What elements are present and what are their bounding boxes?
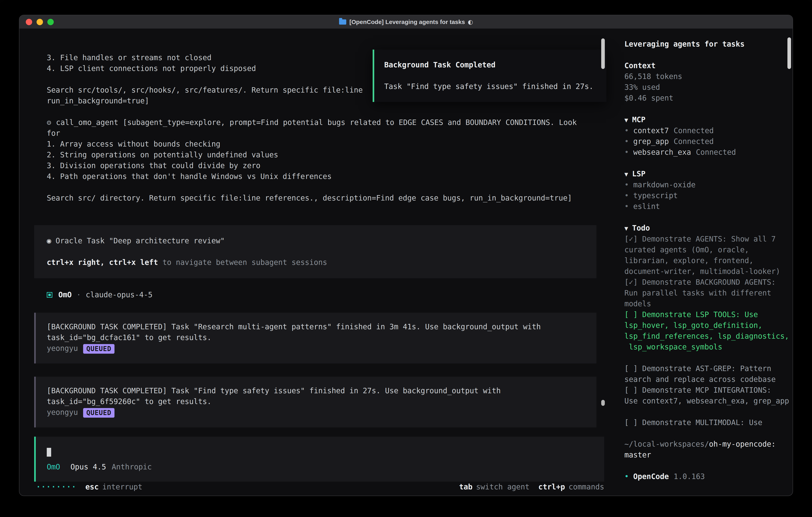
tab-key-label: switch agent: [476, 482, 529, 492]
agent-checkbox-icon: [47, 292, 52, 298]
bullet-icon: •: [625, 137, 629, 146]
minimize-button[interactable]: [36, 19, 43, 25]
todo-item: [✓] Demonstrate AGENTS: Show all 7 curat…: [625, 234, 790, 277]
task-message-line: task_id="bg_6f59260c" to get results.: [47, 396, 584, 407]
output-line: 3. Division operations that could divide…: [47, 160, 592, 171]
oracle-task-title-line: ◉Oracle Task "Deep architecture review": [47, 236, 588, 246]
gear-icon: ⚙: [47, 118, 51, 127]
mcp-status: Connected: [674, 126, 714, 135]
todo-item: [ ] Demonstrate MULTIMODAL: Use: [625, 417, 790, 428]
zoom-button[interactable]: [47, 19, 54, 25]
todo-section-header: ▼Todo: [625, 223, 790, 234]
workspace-branch: master: [625, 450, 790, 460]
agent-session-header: OmO · claude-opus-4-5: [47, 290, 616, 300]
close-button[interactable]: [26, 19, 32, 25]
lsp-section-header: ▼LSP: [625, 168, 790, 180]
lsp-item: •markdown-oxide: [625, 180, 790, 190]
bullet-icon: •: [625, 181, 629, 189]
task-message-line: [BACKGROUND TASK COMPLETED] Task "Resear…: [47, 322, 584, 332]
window-title: [OpenCode] Leveraging agents for tasks: [349, 19, 465, 25]
workspace-path-name: oh-my-opencode:: [709, 440, 776, 448]
background-task-panel: [BACKGROUND TASK COMPLETED] Task "Resear…: [34, 313, 597, 363]
task-meta: yeongyuQUEUED: [47, 343, 584, 354]
folder-icon: [339, 19, 346, 25]
dot-separator: ·: [77, 290, 81, 300]
context-used: 33% used: [625, 82, 790, 93]
esc-key-label: interrupt: [102, 482, 142, 492]
app-name: OpenCode: [633, 472, 669, 481]
mcp-item: •websearch_exaConnected: [625, 147, 790, 158]
notification-title: Background Task Completed: [384, 60, 601, 71]
task-user: yeongyu: [47, 344, 78, 353]
output-line: 1. Array access without bounds checking: [47, 139, 592, 149]
task-meta: yeongyuQUEUED: [47, 407, 584, 418]
lsp-item: •eslint: [625, 201, 790, 212]
navigation-hint: ctrl+x right, ctrl+x left to navigate be…: [47, 257, 588, 268]
titlebar: [OpenCode] Leveraging agents for tasks ◐: [19, 15, 793, 29]
output-line: 4. Path operations that don't handle Win…: [47, 171, 592, 182]
mcp-heading: MCP: [632, 115, 645, 124]
lsp-name: typescript: [633, 191, 678, 200]
prompt-input[interactable]: OmO Opus 4.5 Anthropic: [34, 437, 604, 482]
chevron-down-icon: ▼: [625, 116, 628, 124]
terminal-window: [OpenCode] Leveraging agents for tasks ◐…: [19, 15, 793, 496]
tool-call-text: call_omo_agent [subagent_type=explore, p…: [47, 118, 581, 138]
sidebar: Leveraging agents for tasks Context 66,5…: [616, 29, 793, 496]
output-line: 2. String operations on potentially unde…: [47, 149, 592, 160]
mcp-name: grep_app: [633, 137, 669, 146]
session-title: Leveraging agents for tasks: [625, 39, 790, 50]
ctrlp-key-hint: ctrl+p: [538, 482, 565, 492]
notification-toast: Background Task Completed Task "Find typ…: [373, 50, 606, 102]
bullet-icon: •: [625, 148, 629, 157]
bullet-icon: •: [625, 202, 629, 211]
oracle-task-title: Oracle Task "Deep architecture review": [56, 237, 225, 245]
hint-text: to navigate between subagent sessions: [158, 258, 327, 267]
todo-item: [ ] Demonstrate MCP INTEGRATIONS: Use co…: [625, 385, 790, 406]
bullet-icon: •: [625, 472, 629, 481]
status-bar: ········ esc interrupt tab switch agent …: [19, 482, 616, 496]
chevron-down-icon: ▼: [625, 225, 628, 232]
main-scrollbar-thumb[interactable]: [601, 38, 605, 69]
task-user: yeongyu: [47, 408, 78, 417]
oracle-icon: ◉: [47, 237, 51, 245]
mcp-status: Connected: [674, 137, 714, 146]
status-badge: QUEUED: [83, 344, 115, 354]
traffic-lights: [26, 15, 54, 29]
mcp-status: Connected: [696, 148, 736, 157]
main-scrollbar-thumb-bottom[interactable]: [601, 400, 605, 406]
lsp-item: •typescript: [625, 190, 790, 201]
tool-call-line: ⚙call_omo_agent [subagent_type=explore, …: [47, 117, 592, 139]
app-version: 1.0.163: [674, 472, 705, 481]
task-message-line: [BACKGROUND TASK COMPLETED] Task "Find t…: [47, 385, 584, 396]
task-message-line: task_id="bg_dcfac161" to get results.: [47, 332, 584, 343]
chevron-down-icon: ▼: [625, 170, 628, 178]
status-bar-right: tab switch agent ctrl+p commands: [459, 482, 604, 492]
todo-item: [ ] Demonstrate AST-GREP: Pattern search…: [625, 363, 790, 385]
mcp-section-header: ▼MCP: [625, 114, 790, 125]
todo-item: [✓] Demonstrate BACKGROUND AGENTS: Run p…: [625, 277, 790, 309]
notification-body: Task "Find type safety issues" finished …: [384, 81, 601, 92]
mcp-name: websearch_exa: [633, 148, 691, 157]
input-agent-name: OmO: [47, 462, 60, 472]
agent-name: OmO: [58, 290, 72, 300]
input-model-info: OmO Opus 4.5 Anthropic: [47, 462, 596, 472]
oracle-task-panel: ◉Oracle Task "Deep architecture review" …: [34, 225, 597, 278]
workspace-path: ~/local-workspaces/oh-my-opencode:: [625, 439, 790, 450]
mcp-name: context7: [633, 126, 669, 135]
hint-keys: ctrl+x right, ctrl+x left: [47, 258, 158, 267]
todo-heading: Todo: [632, 224, 650, 232]
mcp-item: •context7Connected: [625, 125, 790, 136]
agent-model: claude-opus-4-5: [86, 290, 152, 300]
status-badge: QUEUED: [83, 408, 115, 418]
input-model-name: Opus 4.5: [70, 462, 106, 472]
sidebar-scrollbar-thumb[interactable]: [787, 37, 791, 69]
todo-item: [ ] Demonstrate LSP TOOLS: Use lsp_hover…: [625, 309, 790, 352]
background-task-panel: [BACKGROUND TASK COMPLETED] Task "Find t…: [34, 377, 597, 428]
input-provider-name: Anthropic: [112, 462, 152, 472]
conversation-pane: 3. File handles or streams not closed 4.…: [19, 29, 616, 496]
ctrlp-key-label: commands: [569, 482, 604, 492]
context-tokens: 66,518 tokens: [625, 71, 790, 82]
mcp-item: •grep_appConnected: [625, 136, 790, 147]
lsp-name: eslint: [633, 202, 660, 211]
session-indicator-icon: ◐: [468, 19, 473, 25]
